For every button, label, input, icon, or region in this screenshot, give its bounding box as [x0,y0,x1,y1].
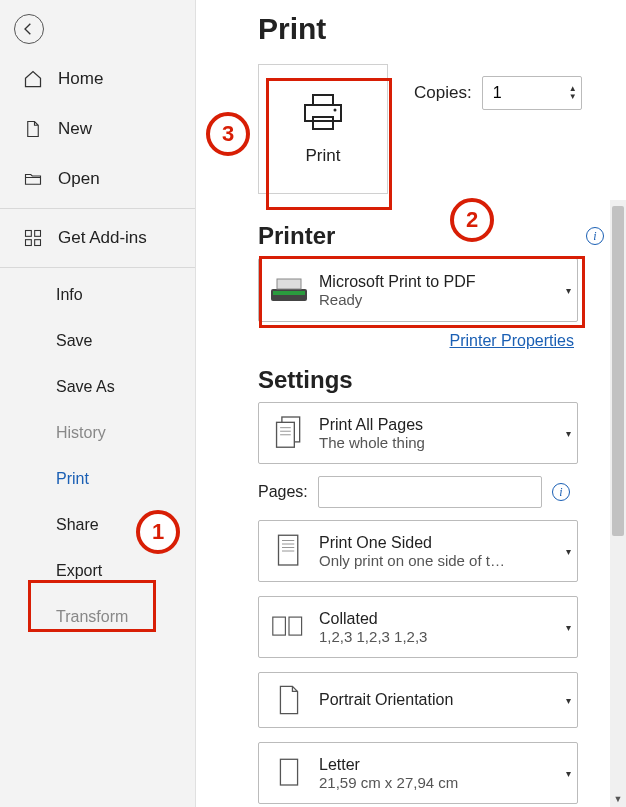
svg-rect-4 [313,95,333,105]
svg-rect-16 [279,535,298,565]
svg-rect-1 [35,231,41,237]
dd-line1: Portrait Orientation [319,691,557,709]
sidebar-item-print[interactable]: Print [0,456,195,502]
page-single-icon [259,533,319,569]
sidebar-item-transform[interactable]: Transform [0,594,195,640]
sidebar-label: Print [56,470,89,488]
chevron-down-icon: ▾ [566,695,571,706]
pages-label: Pages: [258,483,308,501]
svg-rect-3 [35,240,41,246]
svg-rect-10 [277,279,301,289]
svg-rect-9 [273,291,305,295]
sidebar-item-new[interactable]: New [0,104,195,154]
settings-heading: Settings [258,366,610,394]
sidebar-label: Save [56,332,92,350]
page-title: Print [258,12,610,46]
svg-rect-23 [280,759,297,785]
printer-heading: Printer [258,222,586,250]
sidebar-label: Share [56,516,99,534]
sidebar-label: New [58,119,92,139]
vertical-scrollbar[interactable]: ▼ [610,200,626,807]
svg-rect-6 [313,117,333,129]
chevron-down-icon: ▾ [566,428,571,439]
printer-dropdown[interactable]: Microsoft Print to PDF Ready ▾ [258,258,578,322]
page-size-icon [259,757,319,789]
sidebar-label: Open [58,169,100,189]
sidebar-item-saveas[interactable]: Save As [0,364,195,410]
dd-line2: The whole thing [319,434,557,451]
info-icon[interactable]: i [586,227,604,245]
printer-properties-link[interactable]: Printer Properties [450,332,575,349]
printer-device-icon [259,275,319,305]
dd-line1: Print All Pages [319,416,557,434]
chevron-down-icon: ▾ [566,768,571,779]
copies-spinner[interactable]: ▲ ▼ [482,76,582,110]
portrait-icon [259,684,319,716]
chevron-down-icon: ▾ [566,622,571,633]
svg-rect-22 [289,617,302,635]
info-icon[interactable]: i [552,483,570,501]
print-button-label: Print [306,146,341,166]
print-range-dropdown[interactable]: Print All Pages The whole thing ▾ [258,402,578,464]
sidebar-item-export[interactable]: Export [0,548,195,594]
divider [0,267,195,268]
sidebar-label: Export [56,562,102,580]
dd-line2: 21,59 cm x 27,94 cm [319,774,557,791]
dd-line1: Collated [319,610,557,628]
addins-icon [22,227,44,249]
sidebar-item-home[interactable]: Home [0,54,195,104]
svg-rect-0 [26,231,32,237]
sidebar-item-info[interactable]: Info [0,272,195,318]
copies-label: Copies: [414,83,472,103]
sidebar-label: Save As [56,378,115,396]
chevron-down-icon: ▾ [566,546,571,557]
sidebar-label: History [56,424,106,442]
printer-name: Microsoft Print to PDF [319,273,557,291]
papersize-dropdown[interactable]: Letter 21,59 cm x 27,94 cm ▾ [258,742,578,804]
document-icon [22,118,44,140]
spin-down-icon[interactable]: ▼ [569,93,577,101]
copies-input[interactable] [483,78,553,108]
orientation-dropdown[interactable]: Portrait Orientation ▾ [258,672,578,728]
divider [0,208,195,209]
collate-icon [259,613,319,641]
printer-status: Ready [319,291,557,308]
scrollbar-thumb[interactable] [612,206,624,536]
home-icon [22,68,44,90]
callout-3: 3 [206,112,250,156]
scroll-down-icon[interactable]: ▼ [610,791,626,807]
print-panel: Print Print Copies: ▲ ▼ [196,0,626,807]
collate-dropdown[interactable]: Collated 1,2,3 1,2,3 1,2,3 ▾ [258,596,578,658]
print-button[interactable]: Print [258,64,388,194]
dd-line2: Only print on one side of t… [319,552,557,569]
sidebar-label: Home [58,69,103,89]
dd-line1: Letter [319,756,557,774]
chevron-down-icon: ▾ [566,285,571,296]
sidebar-label: Transform [56,608,128,626]
dd-line2: 1,2,3 1,2,3 1,2,3 [319,628,557,645]
sidebar-label: Info [56,286,83,304]
sidebar-item-open[interactable]: Open [0,154,195,204]
sidebar-item-history[interactable]: History [0,410,195,456]
folder-open-icon [22,168,44,190]
sidebar-item-addins[interactable]: Get Add-ins [0,213,195,263]
sidebar-item-save[interactable]: Save [0,318,195,364]
svg-rect-5 [305,105,341,121]
svg-rect-21 [273,617,286,635]
pages-input[interactable] [318,476,542,508]
callout-2: 2 [450,198,494,242]
callout-1: 1 [136,510,180,554]
sidebar-label: Get Add-ins [58,228,147,248]
svg-rect-2 [26,240,32,246]
printer-icon [299,93,347,136]
arrow-left-icon [21,21,37,37]
svg-point-7 [334,108,337,111]
dd-line1: Print One Sided [319,534,557,552]
backstage-sidebar: Home New Open Get Add-ins Info Save Save… [0,0,196,807]
pages-all-icon [259,414,319,452]
back-button[interactable] [14,14,44,44]
sides-dropdown[interactable]: Print One Sided Only print on one side o… [258,520,578,582]
